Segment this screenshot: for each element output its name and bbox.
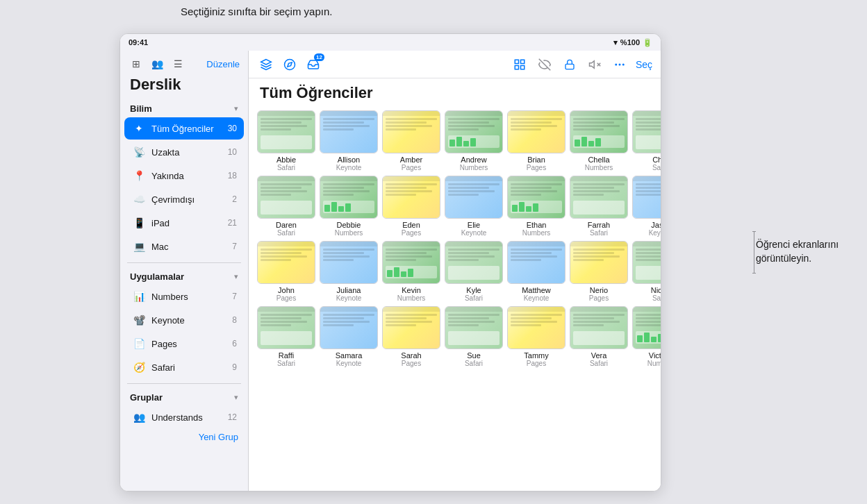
student-card[interactable]: MatthewKeynote — [507, 241, 565, 302]
groups-section-header[interactable]: Gruplar ▾ — [120, 388, 248, 405]
student-app: Safari — [277, 164, 295, 171]
sidebar-item-ipad[interactable]: 📱 iPad 21 — [124, 212, 244, 234]
student-card[interactable]: NerioPages — [570, 241, 628, 302]
sidebar-people-icon[interactable]: 👥 — [149, 56, 165, 72]
student-name: Chris — [652, 156, 661, 164]
student-app: Safari — [465, 360, 483, 367]
svg-rect-5 — [520, 65, 524, 69]
student-card[interactable]: KevinNumbers — [382, 241, 440, 302]
student-card[interactable]: BrianPages — [507, 110, 565, 171]
student-grid-row: JohnPagesJulianaKeynoteKevinNumbersKyleS… — [257, 241, 652, 302]
students-grid: AbbieSafariAllisonKeynoteAmberPagesAndre… — [249, 105, 661, 491]
student-card[interactable]: SamaraKeynote — [320, 306, 378, 367]
student-card[interactable]: AmberPages — [382, 110, 440, 171]
student-card[interactable]: EdenPages — [382, 176, 440, 237]
student-screen — [257, 306, 315, 349]
sidebar-icons: ⊞ 👥 ☰ — [129, 56, 185, 72]
student-app: Safari — [652, 164, 661, 171]
sidebar-item-label-keynote: Keynote — [151, 315, 232, 326]
student-card[interactable]: TammyPages — [507, 306, 565, 367]
sidebar-item-keynote[interactable]: 📽️ Keynote 8 — [124, 309, 244, 331]
bilim-section-header[interactable]: Bilim ▾ — [120, 99, 248, 117]
student-screen — [320, 241, 378, 284]
student-app: Pages — [402, 360, 421, 367]
student-app: Keynote — [336, 360, 362, 367]
student-card[interactable]: SarahPages — [382, 306, 440, 367]
student-card[interactable]: VeraSafari — [570, 306, 628, 367]
sidebar-divider-2 — [127, 383, 241, 384]
sidebar-item-pages[interactable]: 📄 Pages 6 — [124, 333, 244, 355]
student-card[interactable]: AllisonKeynote — [320, 110, 378, 171]
student-card[interactable]: RaffiSafari — [257, 306, 315, 367]
sidebar-item-mac[interactable]: 💻 Mac 7 — [124, 235, 244, 258]
eye-slash-icon[interactable] — [536, 56, 554, 74]
sidebar-item-label-safari: Safari — [151, 362, 232, 373]
student-card[interactable]: DarenSafari — [257, 176, 315, 237]
student-card[interactable]: AbbieSafari — [257, 110, 315, 171]
sidebar-app-title: Derslik — [120, 74, 248, 99]
main-content: 12 — [249, 51, 661, 491]
sidebar-item-label-mac: Mac — [151, 242, 232, 252]
more-icon[interactable] — [611, 56, 629, 74]
student-card[interactable]: JohnPages — [257, 241, 315, 302]
grid-view-icon[interactable] — [511, 56, 529, 74]
groups-chevron-icon: ▾ — [234, 393, 238, 402]
student-screen — [632, 176, 661, 219]
sidebar-item-all-students[interactable]: ✦ Tüm Öğrenciler 30 — [124, 117, 244, 140]
sidebar-item-numbers[interactable]: 📊 Numbers 7 — [124, 285, 244, 308]
select-button[interactable]: Seç — [636, 59, 652, 70]
new-group-button[interactable]: Yeni Grup — [120, 429, 248, 445]
student-card[interactable]: AndrewNumbers — [445, 110, 503, 171]
student-screen — [507, 110, 565, 153]
inbox-icon[interactable]: 12 — [304, 56, 322, 74]
sidebar-item-nearby[interactable]: 📍 Yakında 18 — [124, 165, 244, 187]
student-card[interactable]: ChellaNumbers — [570, 110, 628, 171]
student-card[interactable]: VictoriaNumbers — [632, 306, 661, 367]
student-name: Nerio — [590, 286, 608, 294]
student-card[interactable]: FarrahSafari — [570, 176, 628, 237]
student-screen — [632, 241, 661, 284]
student-card[interactable]: JasonKeynote — [632, 176, 661, 237]
student-card[interactable]: NicoleSafari — [632, 241, 661, 302]
sidebar-item-understands[interactable]: 👥 Understands 12 — [124, 406, 244, 428]
student-card[interactable]: SueSafari — [445, 306, 503, 367]
student-card[interactable]: EthanNumbers — [507, 176, 565, 237]
student-card[interactable]: JulianaKeynote — [320, 241, 378, 302]
sidebar-item-offline[interactable]: ☁️ Çevrimdışı 2 — [124, 188, 244, 210]
student-card[interactable]: ChrisSafari — [632, 110, 661, 171]
wifi-icon: ▾ — [613, 38, 618, 47]
student-screen — [320, 306, 378, 349]
student-card[interactable]: KyleSafari — [445, 241, 503, 302]
student-screen — [570, 110, 628, 153]
student-card[interactable]: DebbieNumbers — [320, 176, 378, 237]
layers-icon[interactable] — [257, 56, 275, 74]
student-app: Numbers — [335, 229, 363, 237]
student-card[interactable]: ElieKeynote — [445, 176, 503, 237]
page-title: Tüm Öğrenciler — [260, 84, 650, 102]
sidebar-item-remote[interactable]: 📡 Uzakta 10 — [124, 141, 244, 163]
student-name: Kevin — [402, 286, 421, 294]
sidebar-item-label-numbers: Numbers — [151, 292, 232, 302]
student-screen — [445, 176, 503, 219]
lock-icon[interactable] — [561, 56, 579, 74]
student-app: Numbers — [397, 294, 426, 302]
annotation-tick-bottom — [752, 273, 756, 274]
sidebar-edit-button[interactable]: Düzenle — [206, 59, 240, 69]
sidebar-list-icon[interactable]: ☰ — [170, 56, 185, 72]
mac-icon: 💻 — [131, 239, 147, 254]
student-app: Pages — [402, 229, 421, 237]
compass-icon[interactable] — [281, 56, 299, 74]
sidebar-grid-icon[interactable]: ⊞ — [129, 56, 144, 72]
student-app: Safari — [277, 360, 295, 367]
keynote-icon: 📽️ — [131, 312, 147, 328]
student-name: Elie — [468, 221, 480, 229]
sidebar-item-count-nearby: 18 — [228, 171, 237, 180]
student-screen — [507, 241, 565, 284]
student-app: Numbers — [522, 229, 551, 237]
student-name: Nicole — [651, 286, 661, 294]
apps-section-header[interactable]: Uygulamalar ▾ — [120, 267, 248, 285]
status-bar: 09:41 ▾ %100 🔋 — [120, 34, 661, 51]
student-app: Safari — [590, 360, 608, 367]
mute-icon[interactable] — [586, 56, 604, 74]
sidebar-item-safari[interactable]: 🧭 Safari 9 — [124, 356, 244, 378]
